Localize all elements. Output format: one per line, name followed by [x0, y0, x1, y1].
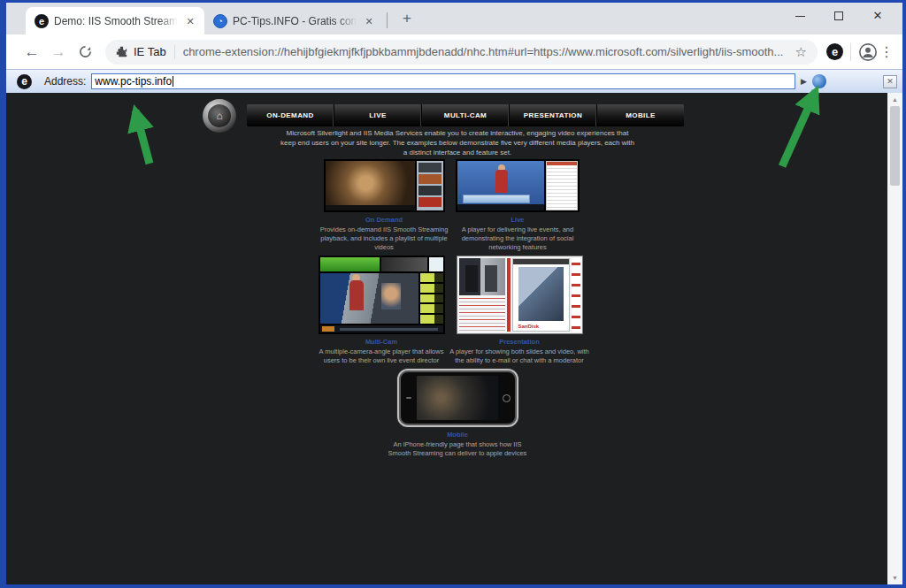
ondemand-link[interactable]: On Demand: [365, 216, 403, 224]
live-thumbnail[interactable]: [456, 159, 580, 212]
browser-window: e Demo: IIS Smooth Streaming | Fe ✕ ◔ PC…: [0, 0, 906, 588]
mobile-link[interactable]: Mobile: [447, 431, 468, 439]
mobile-desc: An iPhone-friendly page that shows how I…: [388, 440, 527, 458]
tab-demo-iis[interactable]: e Demo: IIS Smooth Streaming | Fe ✕: [26, 7, 204, 34]
scroll-up-icon[interactable]: ▲: [892, 93, 898, 106]
omnibox[interactable]: IE Tab chrome-extension://hehijbfgiekmjf…: [105, 40, 818, 65]
minimize-icon: [795, 16, 805, 17]
maximize-button[interactable]: [819, 4, 858, 28]
home-button[interactable]: ⌂: [203, 99, 236, 133]
tab-title: PC-Tips.INFO - Gratis computer t: [233, 15, 357, 27]
page-content: ⌂ ON-DEMAND LIVE MULTI-CAM PRESENTATION …: [6, 93, 902, 584]
live-social-panel-image: [546, 161, 578, 210]
live-desc: A player for delivering live events, and…: [448, 225, 587, 252]
bookmark-star-icon[interactable]: ☆: [795, 44, 807, 60]
iphone-speaker-image: [406, 397, 411, 399]
ietab-extension-icon[interactable]: e: [826, 43, 843, 60]
mobile-thumbnail[interactable]: [397, 369, 518, 427]
intro-paragraph: Microsoft Silverlight and IIS Media Serv…: [279, 129, 636, 157]
extension-puzzle-icon: [116, 46, 127, 57]
nav-item-mobile[interactable]: MOBILE: [597, 104, 684, 126]
presentation-divider-image: [507, 258, 511, 332]
ietab-favicon-icon: e: [35, 14, 49, 28]
text-caret: [173, 76, 173, 87]
close-icon: ✕: [873, 11, 883, 20]
close-button[interactable]: ✕: [858, 4, 897, 28]
presentation-video-image: [459, 258, 505, 332]
presentation-slide-image: SanDisk: [512, 258, 570, 332]
toolbar-separator: [850, 43, 851, 61]
maximize-icon: [834, 11, 843, 20]
extension-name-label: IE Tab: [134, 45, 166, 58]
ietab-close-button[interactable]: ✕: [883, 75, 897, 88]
pctips-favicon-icon: ◔: [213, 14, 227, 28]
tab-pctips[interactable]: ◔ PC-Tips.INFO - Gratis computer t ✕: [204, 7, 383, 34]
tab-strip: e Demo: IIS Smooth Streaming | Fe ✕ ◔ PC…: [6, 3, 902, 34]
forward-button[interactable]: →: [45, 43, 72, 61]
site-navbar: ON-DEMAND LIVE MULTI-CAM PRESENTATION MO…: [247, 104, 684, 126]
slide-brand-text: SanDisk: [513, 324, 569, 331]
presentation-desc: A player for showing both slides and vid…: [449, 347, 589, 365]
multicam-video-image: [320, 273, 418, 324]
address-input[interactable]: www.pc-tips.info: [91, 73, 795, 89]
nav-item-live[interactable]: LIVE: [334, 104, 422, 126]
nav-item-multicam[interactable]: MULTI-CAM: [422, 104, 510, 126]
go-button[interactable]: ▶: [801, 77, 807, 86]
card-presentation: SanDisk Presentation A player for showin…: [449, 256, 590, 365]
ondemand-thumbnail[interactable]: [324, 159, 445, 212]
tab-close-icon[interactable]: ✕: [362, 14, 376, 28]
scroll-down-icon[interactable]: ▼: [892, 571, 898, 584]
new-tab-button[interactable]: +: [396, 10, 418, 27]
iphone-home-button-image: [503, 394, 511, 402]
multicam-link[interactable]: Multi-Cam: [365, 338, 397, 346]
multicam-desc: A multiple-camera-angle player that allo…: [311, 347, 451, 365]
card-mobile: Mobile An iPhone-friendly page that show…: [378, 369, 537, 458]
ietab-address-bar: e Address: www.pc-tips.info ▶ ✕: [6, 69, 902, 93]
presentation-link[interactable]: Presentation: [499, 338, 539, 346]
nav-item-presentation[interactable]: PRESENTATION: [510, 104, 597, 126]
scrollbar-thumb[interactable]: [890, 106, 900, 186]
card-live: Live A player for delivering live events…: [447, 159, 588, 252]
card-ondemand: On Demand Provides on-demand IIS Smooth …: [314, 159, 454, 252]
presentation-sidebar-image: [572, 258, 580, 332]
iphone-screen-image: [417, 376, 498, 420]
browser-toolbar: ← → IE Tab chrome-extension://hehijbfgie…: [6, 34, 902, 69]
presentation-thumbnail[interactable]: SanDisk: [457, 256, 583, 334]
ondemand-video-image: [326, 161, 415, 210]
card-multicam: Multi-Cam A multiple-camera-angle player…: [311, 256, 452, 365]
tab-separator: [387, 12, 388, 28]
address-label: Address:: [44, 75, 86, 88]
ondemand-desc: Provides on-demand IIS Smooth Streaming …: [314, 225, 454, 252]
multicam-controls-image: [320, 325, 443, 332]
profile-avatar-icon[interactable]: [858, 42, 878, 62]
window-controls: ✕: [780, 3, 897, 29]
page-scrollbar[interactable]: ▲ ▼: [887, 93, 902, 584]
multicam-angles-image: [420, 273, 443, 324]
ietab-settings-icon[interactable]: [812, 74, 826, 88]
browser-menu-button[interactable]: ⋮: [878, 43, 895, 60]
ondemand-playlist-image: [417, 161, 443, 210]
live-video-image: [457, 161, 544, 210]
multicam-banner-image: [320, 257, 443, 271]
home-icon: ⌂: [208, 104, 231, 127]
back-button[interactable]: ←: [19, 43, 45, 61]
url-text: chrome-extension://hehijbfgiekmjfkfjpbkb…: [183, 45, 788, 58]
minimize-button[interactable]: [780, 4, 819, 28]
tab-title: Demo: IIS Smooth Streaming | Fe: [54, 15, 178, 27]
tab-close-icon[interactable]: ✕: [183, 14, 197, 28]
address-value: www.pc-tips.info: [95, 75, 172, 88]
live-link[interactable]: Live: [511, 216, 524, 224]
omnibox-separator: [174, 45, 175, 59]
ietab-logo-icon: e: [17, 74, 32, 89]
multicam-thumbnail[interactable]: [319, 256, 445, 334]
reload-button[interactable]: [72, 45, 98, 58]
nav-item-ondemand[interactable]: ON-DEMAND: [247, 104, 334, 126]
reload-icon: [79, 45, 92, 58]
